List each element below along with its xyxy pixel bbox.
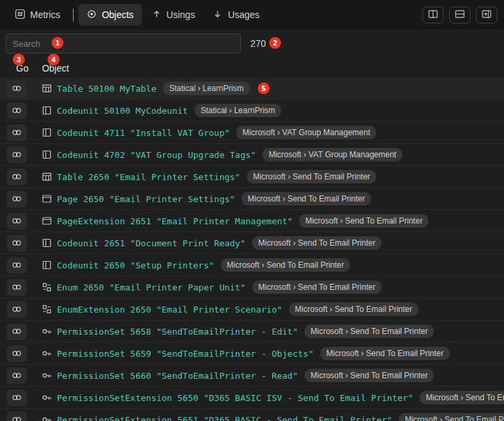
link-icon bbox=[11, 149, 22, 160]
object-label: Codeunit 4711 "Install VAT Group" bbox=[57, 128, 230, 138]
object-label: PermissionSet 5659 "SendToEmailPrinter -… bbox=[57, 349, 314, 359]
tab-usings-label: Usings bbox=[167, 9, 195, 20]
split-editor-vertical-button[interactable] bbox=[422, 7, 444, 23]
link-icon bbox=[11, 260, 22, 270]
table-row[interactable]: Codeunit 4702 "VAT Group Upgrade Tags" M… bbox=[0, 144, 504, 166]
table-row[interactable]: PermissionSet 5659 "SendToEmailPrinter -… bbox=[0, 343, 504, 365]
namespace-badge: Statical › LearnPrism bbox=[163, 82, 250, 95]
namespace-badge: Microsoft › VAT Group Management bbox=[236, 126, 376, 139]
table-row[interactable]: Table 2650 "Email Printer Settings" Micr… bbox=[0, 166, 504, 188]
go-to-definition-button[interactable] bbox=[7, 279, 27, 296]
go-to-definition-button[interactable] bbox=[7, 147, 27, 163]
go-to-definition-button[interactable] bbox=[7, 213, 27, 230]
link-icon bbox=[11, 171, 22, 182]
topbar: Metrics Objects Usings bbox=[0, 0, 504, 29]
namespace-badge: Microsoft › Send To Email Printer bbox=[221, 258, 350, 272]
pageextension-object-icon bbox=[41, 216, 52, 226]
table-row[interactable]: Codeunit 4711 "Install VAT Group" Micros… bbox=[0, 122, 504, 144]
tab-usages[interactable]: Usages bbox=[204, 4, 267, 25]
object-label: Codeunit 2650 "Setup Printers" bbox=[57, 260, 214, 270]
search-input[interactable] bbox=[5, 33, 241, 54]
object-label: PageExtension 2651 "Email Printer Manage… bbox=[57, 216, 292, 226]
table-object-icon bbox=[41, 83, 52, 94]
tab-usages-label: Usages bbox=[228, 9, 259, 20]
namespace-badge: Microsoft › Send To Email Printer bbox=[321, 347, 450, 360]
namespace-badge: Statical › LearnPrism bbox=[195, 104, 281, 117]
go-to-definition-button[interactable] bbox=[7, 169, 27, 185]
tab-bar: Metrics Objects Usings bbox=[7, 0, 268, 29]
namespace-badge: Microsoft › Send To Email Printer bbox=[252, 280, 382, 294]
namespace-badge: Microsoft › VAT Group Management bbox=[262, 148, 402, 161]
table-row[interactable]: Codeunit 2650 "Setup Printers" Microsoft… bbox=[0, 254, 504, 276]
toggle-panel-right-icon bbox=[481, 9, 492, 21]
al-object-browser-window: Metrics Objects Usings bbox=[0, 0, 504, 421]
tab-divider bbox=[73, 9, 74, 21]
object-label: PermissionSetExtension 5650 "D365 BASIC … bbox=[57, 393, 413, 403]
annotation-badge-count: 2 bbox=[269, 37, 281, 49]
table-row[interactable]: Codeunit 50100 MyCodeunit Statical › Lea… bbox=[0, 100, 504, 122]
link-icon bbox=[11, 414, 22, 421]
table-row[interactable]: Table 50100 MyTable Statical › LearnPris… bbox=[0, 78, 504, 100]
go-to-definition-button[interactable] bbox=[7, 257, 27, 274]
object-label: Table 50100 MyTable bbox=[57, 84, 157, 94]
object-label: PermissionSetExtension 5651 "D365 BASIC … bbox=[57, 415, 392, 421]
namespace-badge: Microsoft › Send To Email Printer bbox=[299, 214, 428, 228]
hash-icon bbox=[15, 9, 25, 21]
go-to-definition-button[interactable] bbox=[7, 412, 27, 421]
tab-usings[interactable]: Usings bbox=[143, 4, 203, 25]
list-header: Go Object bbox=[0, 56, 504, 78]
link-icon bbox=[11, 238, 22, 248]
namespace-badge: Microsoft › Send To Email Printer bbox=[420, 391, 504, 404]
link-icon bbox=[11, 105, 22, 116]
table-row[interactable]: PermissionSet 5660 "SendToEmailPrinter -… bbox=[0, 365, 504, 387]
table-row[interactable]: Enum 2650 "Email Printer Paper Unit" Mic… bbox=[0, 276, 504, 299]
object-list: Table 50100 MyTable Statical › LearnPris… bbox=[0, 78, 504, 421]
enum-object-icon bbox=[41, 282, 52, 292]
page-object-icon bbox=[41, 193, 52, 204]
table-row[interactable]: PermissionSetExtension 5651 "D365 BASIC … bbox=[0, 409, 504, 421]
go-to-definition-button[interactable] bbox=[7, 390, 27, 406]
permissionset-object-icon bbox=[41, 348, 52, 359]
table-row[interactable]: PageExtension 2651 "Email Printer Manage… bbox=[0, 210, 504, 232]
go-to-definition-button[interactable] bbox=[7, 191, 27, 207]
annotation-badge-go-column: 3 bbox=[13, 54, 25, 66]
table-row[interactable]: EnumExtension 2650 "Email Printer Scenar… bbox=[0, 299, 504, 321]
link-icon bbox=[11, 193, 22, 204]
go-to-definition-button[interactable] bbox=[7, 323, 27, 340]
object-label: Page 2650 "Email Printer Settings" bbox=[57, 194, 235, 204]
toggle-panel-right-button[interactable] bbox=[476, 7, 497, 23]
namespace-badge: Microsoft › Send To Email Printer bbox=[305, 325, 434, 338]
permissionsetextension-object-icon bbox=[41, 414, 52, 421]
table-row[interactable]: Codeunit 2651 "Document Print Ready" Mic… bbox=[0, 232, 504, 254]
link-icon bbox=[11, 392, 22, 403]
search-row: 270 bbox=[0, 29, 504, 56]
namespace-badge: Microsoft › Send To Email Printer bbox=[242, 192, 371, 205]
go-to-definition-button[interactable] bbox=[7, 80, 27, 97]
codeunit-object-icon bbox=[41, 127, 52, 138]
object-label: EnumExtension 2650 "Email Printer Scenar… bbox=[57, 305, 282, 315]
link-icon bbox=[11, 370, 22, 381]
go-to-definition-button[interactable] bbox=[7, 124, 27, 141]
enumextension-object-icon bbox=[41, 304, 52, 315]
go-to-definition-button[interactable] bbox=[7, 345, 27, 362]
namespace-badge: Microsoft › Send To Email Printer bbox=[305, 369, 434, 382]
go-to-definition-button[interactable] bbox=[7, 235, 27, 252]
annotation-badge: 5 bbox=[258, 82, 270, 94]
permissionset-object-icon bbox=[41, 370, 52, 381]
table-row[interactable]: PermissionSetExtension 5650 "D365 BASIC … bbox=[0, 387, 504, 409]
link-icon bbox=[11, 83, 22, 94]
split-editor-horizontal-button[interactable] bbox=[449, 7, 471, 23]
codeunit-object-icon bbox=[41, 105, 52, 116]
namespace-badge: Microsoft › Send To Email Printer bbox=[252, 236, 382, 250]
namespace-badge: Microsoft › Send To Email Printer bbox=[289, 303, 418, 316]
table-row[interactable]: PermissionSet 5658 "SendToEmailPrinter -… bbox=[0, 321, 504, 343]
go-to-definition-button[interactable] bbox=[7, 301, 27, 318]
go-to-definition-button[interactable] bbox=[7, 367, 27, 384]
tab-metrics[interactable]: Metrics bbox=[7, 4, 68, 25]
tab-objects[interactable]: Objects bbox=[78, 4, 141, 25]
table-row[interactable]: Page 2650 "Email Printer Settings" Micro… bbox=[0, 188, 504, 210]
codeunit-object-icon bbox=[41, 149, 52, 160]
go-to-definition-button[interactable] bbox=[7, 102, 27, 119]
codeunit-object-icon bbox=[41, 238, 52, 248]
object-label: Codeunit 2651 "Document Print Ready" bbox=[57, 238, 246, 248]
